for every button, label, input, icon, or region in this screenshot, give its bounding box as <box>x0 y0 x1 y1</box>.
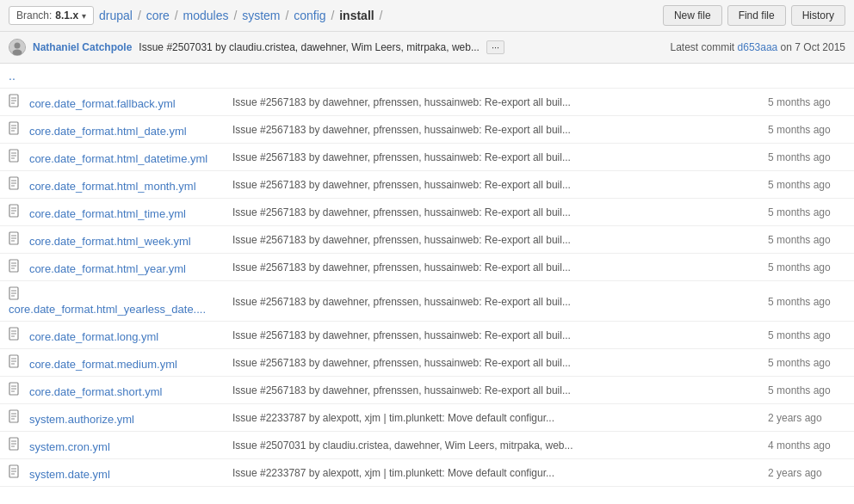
file-name-link[interactable]: core.date_format.long.yml <box>29 330 158 343</box>
avatar <box>9 39 26 56</box>
file-name-link[interactable]: core.date_format.html_yearless_date.... <box>9 303 206 316</box>
file-time-cell: 2 years ago <box>759 404 854 432</box>
file-commit-message: Issue #2567183 by dawehner, pfrenssen, h… <box>232 206 571 218</box>
file-name-link[interactable]: core.date_format.html_week.yml <box>29 235 191 248</box>
file-commit-message: Issue #2567183 by dawehner, pfrenssen, h… <box>232 357 571 369</box>
history-button[interactable]: History <box>791 5 845 26</box>
branch-selector: Branch: 8.1.x ▾ drupal / core / modules … <box>9 6 384 25</box>
file-commit-message: Issue #2567183 by dawehner, pfrenssen, h… <box>232 384 571 396</box>
file-cell: system.date.yml <box>0 459 224 487</box>
new-file-button[interactable]: New file <box>663 5 722 26</box>
commit-hash[interactable]: d653aaa <box>738 41 778 53</box>
file-name-link[interactable]: core.date_format.html_date.yml <box>29 125 187 138</box>
file-name-link[interactable]: system.authorize.yml <box>29 413 134 426</box>
commit-author[interactable]: Nathaniel Catchpole <box>33 41 132 53</box>
commit-bar: Nathaniel Catchpole Issue #2507031 by cl… <box>0 32 854 64</box>
file-cell: core.date_format.html_year.yml <box>0 254 224 281</box>
file-time-cell: 5 months ago <box>759 254 854 281</box>
table-row: core.date_format.long.yml Issue #2567183… <box>0 322 854 349</box>
file-icon <box>9 467 24 481</box>
separator: / <box>331 9 337 22</box>
file-time-cell: 5 months ago <box>759 89 854 116</box>
table-row: system.date.yml Issue #2233787 by alexpo… <box>0 459 854 487</box>
breadcrumb-core[interactable]: core <box>146 9 170 22</box>
breadcrumb-drupal[interactable]: drupal <box>99 9 133 22</box>
commit-date: on 7 Oct 2015 <box>781 41 845 53</box>
commit-ellipsis-button[interactable]: ··· <box>486 40 504 54</box>
file-time-cell: 5 months ago <box>759 226 854 254</box>
file-time: 5 months ago <box>768 151 831 163</box>
file-table: core.date_format.fallback.yml Issue #256… <box>0 89 854 487</box>
file-commit-message: Issue #2567183 by dawehner, pfrenssen, h… <box>232 296 571 308</box>
file-cell: core.date_format.html_week.yml <box>0 226 224 254</box>
file-name-link[interactable]: core.date_format.html_datetime.yml <box>29 152 207 165</box>
breadcrumb-config[interactable]: config <box>294 9 325 22</box>
file-time: 5 months ago <box>768 206 831 218</box>
file-name-link[interactable]: core.date_format.html_time.yml <box>29 207 186 220</box>
svg-point-1 <box>15 43 21 49</box>
file-name-link[interactable]: core.date_format.html_year.yml <box>29 262 186 275</box>
file-commit-cell: Issue #2567183 by dawehner, pfrenssen, h… <box>224 281 759 322</box>
file-name-link[interactable]: core.date_format.fallback.yml <box>29 97 176 110</box>
file-commit-message: Issue #2567183 by dawehner, pfrenssen, h… <box>232 151 571 163</box>
table-row: core.date_format.fallback.yml Issue #256… <box>0 89 854 116</box>
file-cell: core.date_format.html_date.yml <box>0 116 224 144</box>
separator: / <box>175 9 182 22</box>
file-time: 5 months ago <box>768 296 831 308</box>
file-time-cell: 5 months ago <box>759 377 854 404</box>
file-name-link[interactable]: system.cron.yml <box>29 440 110 453</box>
latest-commit-label: Latest commit <box>671 41 735 53</box>
file-time: 4 months ago <box>768 439 831 452</box>
parent-dir-link[interactable]: .. <box>9 69 15 83</box>
breadcrumb: drupal / core / modules / system / confi… <box>99 9 384 22</box>
file-commit-message: Issue #2233787 by alexpott, xjm | tim.pl… <box>232 467 554 479</box>
file-commit-message: Issue #2567183 by dawehner, pfrenssen, h… <box>232 329 571 341</box>
file-cell: system.authorize.yml <box>0 404 224 432</box>
table-row: core.date_format.html_year.yml Issue #25… <box>0 254 854 281</box>
file-time: 5 months ago <box>768 384 831 396</box>
file-time-cell: 5 months ago <box>759 171 854 199</box>
breadcrumb-system[interactable]: system <box>242 9 280 22</box>
file-icon <box>9 124 24 138</box>
file-time: 2 years ago <box>768 467 822 479</box>
file-commit-message: Issue #2567183 by dawehner, pfrenssen, h… <box>232 261 571 274</box>
file-cell: core.date_format.html_time.yml <box>0 199 224 226</box>
file-commit-cell: Issue #2567183 by dawehner, pfrenssen, h… <box>224 377 759 404</box>
top-bar: Branch: 8.1.x ▾ drupal / core / modules … <box>0 0 854 32</box>
file-cell: core.date_format.short.yml <box>0 377 224 404</box>
file-icon <box>9 151 24 165</box>
commit-right: Latest commit d653aaa on 7 Oct 2015 <box>671 41 846 53</box>
file-name-link[interactable]: core.date_format.short.yml <box>29 385 163 398</box>
file-name-link[interactable]: core.date_format.html_month.yml <box>29 180 196 193</box>
file-commit-cell: Issue #2567183 by dawehner, pfrenssen, h… <box>224 199 759 226</box>
file-name-link[interactable]: system.date.yml <box>29 468 110 481</box>
table-row: core.date_format.short.yml Issue #256718… <box>0 377 854 404</box>
file-time: 5 months ago <box>768 329 831 341</box>
file-commit-message: Issue #2507031 by claudiu.cristea, daweh… <box>232 439 573 452</box>
find-file-button[interactable]: Find file <box>727 5 786 26</box>
file-cell: core.date_format.fallback.yml <box>0 89 224 116</box>
file-cell: core.date_format.html_month.yml <box>0 171 224 199</box>
file-commit-message: Issue #2567183 by dawehner, pfrenssen, h… <box>232 124 571 136</box>
file-commit-cell: Issue #2567183 by dawehner, pfrenssen, h… <box>224 322 759 349</box>
chevron-down-icon: ▾ <box>82 11 86 21</box>
top-buttons: New file Find file History <box>663 5 845 26</box>
file-time: 5 months ago <box>768 261 831 274</box>
file-commit-cell: Issue #2567183 by dawehner, pfrenssen, h… <box>224 116 759 144</box>
file-time-cell: 2 years ago <box>759 459 854 487</box>
file-time-cell: 5 months ago <box>759 199 854 226</box>
breadcrumb-modules[interactable]: modules <box>183 9 229 22</box>
file-commit-cell: Issue #2507031 by claudiu.cristea, daweh… <box>224 432 759 459</box>
file-cell: core.date_format.html_datetime.yml <box>0 144 224 171</box>
table-row: core.date_format.medium.yml Issue #25671… <box>0 349 854 377</box>
file-commit-cell: Issue #2233787 by alexpott, xjm | tim.pl… <box>224 404 759 432</box>
table-row: core.date_format.html_month.yml Issue #2… <box>0 171 854 199</box>
separator: / <box>285 9 292 22</box>
file-commit-message: Issue #2567183 by dawehner, pfrenssen, h… <box>232 234 571 246</box>
file-icon <box>9 357 24 371</box>
file-name-link[interactable]: core.date_format.medium.yml <box>29 358 177 371</box>
file-time-cell: 4 months ago <box>759 432 854 459</box>
file-icon <box>9 96 24 110</box>
table-row: system.authorize.yml Issue #2233787 by a… <box>0 404 854 432</box>
branch-dropdown[interactable]: Branch: 8.1.x ▾ <box>9 6 94 25</box>
